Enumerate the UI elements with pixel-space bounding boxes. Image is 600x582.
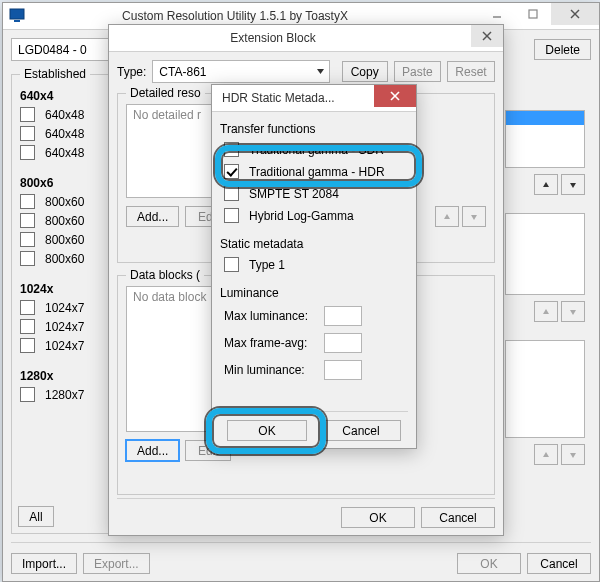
established-checkbox[interactable] — [20, 107, 35, 122]
minimize-button[interactable] — [479, 3, 515, 25]
detailed-down-button[interactable] — [462, 206, 486, 227]
max-frame-avg-input[interactable] — [324, 333, 362, 353]
hdr-title: HDR Static Metada... — [218, 91, 374, 105]
established-row[interactable]: 1024x7 — [20, 319, 102, 334]
max-luminance-label: Max luminance: — [224, 309, 318, 323]
detailed-up-button[interactable] — [435, 206, 459, 227]
hdr-close-button[interactable] — [374, 85, 416, 107]
established-checkbox[interactable] — [20, 251, 35, 266]
hdr-option[interactable]: Traditional gamma - HDR — [224, 164, 408, 179]
export-button[interactable]: Export... — [83, 553, 150, 574]
hlg-option[interactable]: Hybrid Log-Gamma — [224, 208, 408, 223]
established-checkbox[interactable] — [20, 194, 35, 209]
established-row[interactable]: 800x60 — [20, 194, 102, 209]
established-row[interactable]: 1024x7 — [20, 300, 102, 315]
type1-option[interactable]: Type 1 — [224, 257, 408, 272]
established-row[interactable]: 640x48 — [20, 145, 102, 160]
move-down-button-3[interactable] — [561, 444, 585, 465]
established-row[interactable]: 640x48 — [20, 126, 102, 141]
established-label: 800x60 — [45, 195, 84, 209]
established-row[interactable]: 1024x7 — [20, 338, 102, 353]
hlg-label: Hybrid Log-Gamma — [249, 209, 354, 223]
established-label: 640x48 — [45, 108, 84, 122]
type-combo-value: CTA-861 — [159, 65, 206, 79]
all-button[interactable]: All — [18, 506, 54, 527]
svg-rect-0 — [10, 9, 24, 19]
established-label: 640x48 — [45, 127, 84, 141]
established-row: 1280x — [20, 369, 102, 383]
established-label: 1024x7 — [45, 301, 84, 315]
main-ok-button[interactable]: OK — [457, 553, 521, 574]
hdr-ok-button[interactable]: OK — [227, 420, 307, 441]
hdr-dialog: HDR Static Metada... Transfer functions … — [211, 84, 417, 449]
move-down-button-2[interactable] — [561, 301, 585, 322]
established-checkbox[interactable] — [20, 300, 35, 315]
established-checkbox[interactable] — [20, 232, 35, 247]
min-luminance-label: Min luminance: — [224, 363, 318, 377]
established-label: 800x60 — [45, 233, 84, 247]
ext-titlebar: Extension Block — [109, 25, 503, 52]
min-luminance-input[interactable] — [324, 360, 362, 380]
established-row[interactable]: 800x60 — [20, 251, 102, 266]
hdr-cancel-button[interactable]: Cancel — [321, 420, 401, 441]
established-legend: Established — [20, 67, 90, 81]
import-button[interactable]: Import... — [11, 553, 77, 574]
smpte-label: SMPTE ST 2084 — [249, 187, 339, 201]
app-icon — [9, 8, 25, 24]
established-row: 640x4 — [20, 89, 102, 103]
established-label: 640x48 — [45, 146, 84, 160]
smpte-option[interactable]: SMPTE ST 2084 — [224, 186, 408, 201]
established-label: 800x60 — [45, 252, 84, 266]
established-label: 1024x7 — [45, 339, 84, 353]
ext-close-button[interactable] — [471, 25, 503, 47]
copy-button[interactable]: Copy — [342, 61, 388, 82]
svg-rect-3 — [529, 10, 537, 18]
established-row[interactable]: 800x60 — [20, 213, 102, 228]
type-combo[interactable]: CTA-861 — [152, 60, 329, 83]
detailed-legend: Detailed reso — [126, 86, 205, 100]
sdr-option[interactable]: Traditional gamma - SDR — [224, 142, 408, 157]
paste-button[interactable]: Paste — [394, 61, 441, 82]
chevron-down-icon — [316, 65, 325, 79]
established-row: 1024x — [20, 282, 102, 296]
close-button[interactable] — [551, 3, 599, 25]
established-checkbox[interactable] — [20, 126, 35, 141]
datablocks-legend: Data blocks ( — [126, 268, 204, 282]
established-row[interactable]: 800x60 — [20, 232, 102, 247]
ext-ok-button[interactable]: OK — [341, 507, 415, 528]
established-row[interactable]: 1280x7 — [20, 387, 102, 402]
detailed-add-button[interactable]: Add... — [126, 206, 179, 227]
hdr-label: Traditional gamma - HDR — [249, 165, 385, 179]
move-up-button-3[interactable] — [534, 444, 558, 465]
type1-label: Type 1 — [249, 258, 285, 272]
established-header: 640x4 — [20, 89, 53, 103]
delete-button[interactable]: Delete — [534, 39, 591, 60]
transfer-functions-legend: Transfer functions — [220, 122, 408, 136]
established-checkbox[interactable] — [20, 213, 35, 228]
display-combo[interactable]: LGD0484 - 0 — [11, 38, 113, 61]
established-checkbox[interactable] — [20, 387, 35, 402]
max-luminance-input[interactable] — [324, 306, 362, 326]
maximize-button[interactable] — [515, 3, 551, 25]
hdr-titlebar: HDR Static Metada... — [212, 85, 416, 112]
established-checkbox[interactable] — [20, 338, 35, 353]
svg-rect-1 — [14, 20, 20, 22]
datablocks-add-button[interactable]: Add... — [126, 440, 179, 461]
luminance-legend: Luminance — [220, 286, 408, 300]
established-header: 800x6 — [20, 176, 53, 190]
move-up-button-2[interactable] — [534, 301, 558, 322]
established-row[interactable]: 640x48 — [20, 107, 102, 122]
main-cancel-button[interactable]: Cancel — [527, 553, 591, 574]
established-row: 800x6 — [20, 176, 102, 190]
established-checkbox[interactable] — [20, 319, 35, 334]
ext-title: Extension Block — [115, 31, 471, 45]
move-down-button-1[interactable] — [561, 174, 585, 195]
right-listbox-3[interactable] — [505, 340, 585, 438]
move-up-button-1[interactable] — [534, 174, 558, 195]
ext-cancel-button[interactable]: Cancel — [421, 507, 495, 528]
reset-button[interactable]: Reset — [447, 61, 495, 82]
established-checkbox[interactable] — [20, 145, 35, 160]
right-listbox-2[interactable] — [505, 213, 585, 295]
static-metadata-legend: Static metadata — [220, 237, 408, 251]
right-listbox-1[interactable] — [505, 110, 585, 168]
